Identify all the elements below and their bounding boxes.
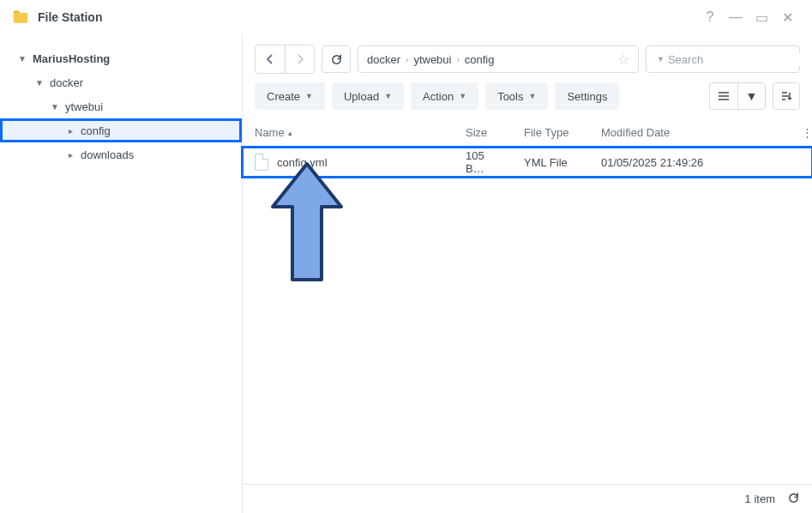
search-box[interactable]: ▼ [646, 45, 800, 73]
list-icon [718, 90, 730, 102]
status-bar: 1 item [243, 484, 812, 513]
chevron-down-icon[interactable]: ▼ [657, 55, 665, 63]
view-mode-group: ▼ [709, 82, 766, 110]
create-button[interactable]: Create▼ [255, 82, 325, 110]
chevron-right-icon: › [456, 55, 459, 64]
chevron-right-icon[interactable]: ▸ [65, 150, 75, 160]
list-view-button[interactable] [710, 83, 737, 109]
tree-item-label: config [81, 124, 111, 137]
upload-button[interactable]: Upload▼ [332, 82, 404, 110]
breadcrumb-segment[interactable]: ytwebui [413, 53, 451, 66]
file-type: YML File [514, 156, 591, 169]
breadcrumb: docker › ytwebui › config ☆ [358, 45, 639, 73]
minimize-icon[interactable]: — [723, 9, 749, 25]
forward-button[interactable] [285, 45, 314, 73]
folder-tree: ▼ MariusHosting ▼ docker ▼ ytwebui ▸ con… [0, 34, 243, 513]
button-label: Upload [344, 90, 379, 103]
tree-item-ytwebui[interactable]: ▼ ytwebui [0, 94, 242, 118]
button-label: Action [423, 90, 454, 103]
sort-asc-icon: ▴ [288, 129, 292, 137]
chevron-left-icon [265, 54, 275, 64]
favorite-star-icon[interactable]: ☆ [617, 51, 629, 68]
refresh-icon [787, 492, 800, 504]
column-header-size[interactable]: Size [455, 126, 514, 139]
item-count: 1 item [745, 492, 775, 505]
chevron-down-icon[interactable]: ▼ [17, 54, 27, 63]
column-options-icon[interactable]: ⋮ [791, 126, 812, 139]
chevron-right-icon: › [406, 55, 408, 64]
chevron-down-icon: ▼ [459, 92, 466, 100]
tree-item-config[interactable]: ▸ config [0, 118, 242, 142]
tree-item-label: docker [50, 76, 83, 89]
close-icon[interactable]: ✕ [774, 9, 800, 26]
chevron-right-icon[interactable]: ▸ [65, 126, 75, 136]
button-label: Create [267, 90, 300, 103]
tree-root-label: MariusHosting [33, 52, 110, 65]
table-row[interactable]: config.yml 105 B… YML File 01/05/2025 21… [243, 148, 812, 177]
annotation-arrow-icon [260, 160, 354, 288]
app-folder-icon [12, 9, 29, 26]
app-title: File Station [38, 10, 697, 24]
chevron-down-icon: ▼ [305, 92, 313, 100]
sort-icon [780, 90, 792, 102]
breadcrumb-segment[interactable]: docker [367, 53, 400, 66]
maximize-icon[interactable]: ▭ [749, 9, 774, 26]
help-icon[interactable]: ? [697, 9, 723, 25]
tree-item-docker[interactable]: ▼ docker [0, 70, 242, 94]
tree-item-label: downloads [81, 148, 134, 161]
breadcrumb-segment[interactable]: config [465, 53, 495, 66]
chevron-down-icon[interactable]: ▼ [34, 78, 45, 88]
chevron-right-icon [295, 54, 305, 64]
chevron-down-icon: ▼ [529, 92, 537, 100]
search-input[interactable] [668, 53, 812, 66]
button-label: Settings [567, 90, 607, 103]
chevron-down-icon: ▼ [384, 92, 392, 100]
column-header-name[interactable]: Name▴ [243, 126, 455, 139]
chevron-down-icon: ▼ [746, 89, 758, 103]
tools-button[interactable]: Tools▼ [485, 82, 548, 110]
sort-button[interactable] [773, 82, 800, 110]
settings-button[interactable]: Settings [555, 82, 619, 110]
table-header: Name▴ Size File Type Modified Date ⋮ [243, 118, 812, 148]
back-button[interactable] [256, 45, 285, 73]
view-dropdown-button[interactable]: ▼ [737, 83, 765, 109]
tree-item-label: ytwebui [65, 100, 103, 113]
nav-back-forward [255, 45, 315, 74]
file-icon [255, 154, 268, 171]
file-date: 01/05/2025 21:49:26 [591, 156, 812, 169]
chevron-down-icon[interactable]: ▼ [50, 102, 60, 112]
refresh-button[interactable] [322, 45, 351, 73]
file-size: 105 B… [455, 149, 514, 175]
button-label: Tools [497, 90, 523, 103]
column-header-date[interactable]: Modified Date [591, 126, 791, 139]
column-header-type[interactable]: File Type [514, 126, 591, 139]
action-button[interactable]: Action▼ [411, 82, 478, 110]
title-bar: File Station ? — ▭ ✕ [0, 0, 812, 34]
reload-button[interactable] [787, 492, 800, 507]
refresh-icon [330, 53, 343, 66]
tree-root[interactable]: ▼ MariusHosting [0, 46, 242, 70]
file-name: config.yml [277, 156, 328, 169]
tree-item-downloads[interactable]: ▸ downloads [0, 142, 242, 166]
